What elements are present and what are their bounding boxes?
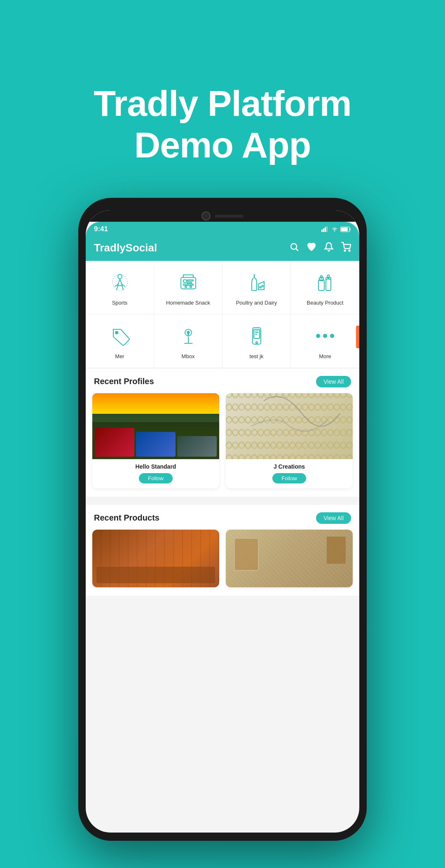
svg-rect-17 [187,282,192,284]
recent-profiles-header: Recent Profiles View All [86,368,359,393]
camera-cutout [201,211,211,221]
recent-products-title: Recent Products [94,513,159,523]
svg-rect-24 [319,280,324,291]
product-card-2[interactable] [226,530,353,587]
svg-rect-15 [183,280,187,282]
bell-icon[interactable] [324,242,334,254]
svg-point-38 [256,342,258,343]
snack-icon [178,272,199,293]
profile-j-creations-image [226,393,353,459]
testjk-icon-wrap [244,323,270,349]
svg-rect-18 [183,284,193,285]
category-beauty[interactable]: Beauty Product [291,261,359,314]
profile-card-hello-standard[interactable]: Hello Standard Follow [92,393,219,488]
svg-rect-1 [323,228,324,232]
recent-profiles-title: Recent Profiles [94,377,154,386]
cart-icon[interactable] [341,242,351,254]
hero-title: Tradly Platform Demo App [0,82,445,166]
knit-pattern [226,393,353,459]
profile-hello-standard-info: Hello Standard Follow [92,459,219,488]
beauty-icon [314,272,336,293]
search-icon[interactable] [289,242,299,254]
status-time: 9:41 [94,225,108,233]
battery-icon [340,227,351,232]
category-more-label: More [319,353,331,360]
profiles-row: Hello Standard Follow [86,393,359,497]
svg-point-19 [185,286,187,288]
status-icons [321,226,351,232]
phone-screen: 9:41 [86,210,359,833]
category-dairy[interactable]: Poultry and Dairy [222,261,291,314]
svg-point-11 [118,274,122,279]
svg-point-23 [262,286,263,287]
recent-profiles-section: Recent Profiles View All [86,368,359,497]
profile-hello-standard-image [92,393,219,459]
speaker-cutout [215,215,244,218]
dairy-icon-wrap [244,269,270,296]
recent-products-section: Recent Products View All [86,505,359,596]
category-mbox[interactable]: Mbox [154,314,222,368]
follow-j-creations-button[interactable]: Follow [272,473,306,483]
category-testjk-label: test jk [250,353,264,360]
svg-rect-16 [187,280,193,281]
mbox-icon-wrap [175,323,201,349]
sports-icon [109,272,131,293]
svg-rect-6 [341,228,348,231]
category-mbox-label: Mbox [182,353,195,360]
more-icon-wrap [312,323,338,349]
status-bar: 9:41 [86,222,359,237]
product-1-image [92,530,219,587]
category-dairy-label: Poultry and Dairy [236,300,277,307]
header-icons [289,242,351,254]
products-row [86,530,359,596]
profiles-view-all-button[interactable]: View All [316,376,351,387]
category-sports[interactable]: Sports [86,261,154,314]
app-header: TradlySocial [86,237,359,261]
recent-products-header: Recent Products View All [86,505,359,530]
more-dots-icon [316,334,334,338]
product-card-1[interactable] [92,530,219,587]
svg-point-4 [334,230,335,231]
sports-icon-wrap [107,269,133,296]
svg-rect-2 [325,227,326,232]
svg-point-20 [190,286,192,288]
svg-point-13 [112,274,127,291]
category-snack-label: Homemade Snack [166,300,210,307]
profile-j-creations-info: J Creations Follow [226,459,353,488]
follow-hello-standard-button[interactable]: Follow [139,473,173,483]
section-gap [86,497,359,501]
category-snack[interactable]: Homemade Snack [154,261,222,314]
beauty-icon-wrap [312,269,338,296]
heart-icon[interactable] [307,242,316,254]
svg-line-8 [296,249,298,251]
signal-icon [321,226,329,232]
profile-hello-standard-name: Hello Standard [96,463,215,470]
profile-card-j-creations[interactable]: J Creations Follow [226,393,353,488]
svg-point-9 [344,250,346,251]
category-more[interactable]: More [291,314,359,368]
svg-point-29 [115,331,118,334]
wifi-icon [331,227,338,232]
phone-frame: 9:41 [78,198,367,841]
phone-screen-icon [246,325,267,347]
product-2-image [226,530,353,587]
svg-rect-3 [326,226,328,232]
app-logo: TradlySocial [94,242,157,254]
mer-icon-wrap [107,323,133,349]
side-tab [356,326,359,348]
products-view-all-button[interactable]: View All [316,512,351,524]
category-mer-label: Mer [115,353,124,360]
profile-j-creations-name: J Creations [230,463,349,470]
categories-grid: Sports Homemade Snack [86,261,359,368]
svg-rect-0 [321,230,323,232]
category-beauty-label: Beauty Product [307,300,344,307]
mbox-icon [178,325,199,347]
svg-point-22 [260,286,261,288]
category-testjk[interactable]: test jk [222,314,291,368]
svg-point-10 [349,250,350,251]
tag-icon [109,325,131,347]
dairy-icon [246,272,267,293]
snack-icon-wrap [175,269,201,296]
category-sports-label: Sports [112,300,128,307]
category-mer[interactable]: Mer [86,314,154,368]
